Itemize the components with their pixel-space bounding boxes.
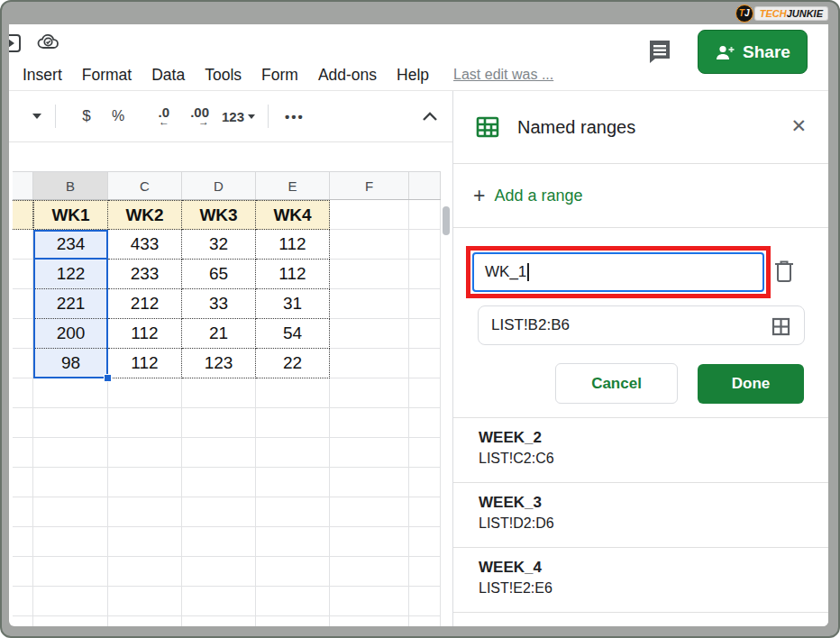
cell[interactable]: WK3 [182,200,256,230]
cell[interactable] [108,497,182,527]
cell[interactable] [330,260,409,289]
cell[interactable] [409,319,441,349]
cell[interactable] [330,438,409,468]
cell[interactable] [409,200,441,230]
cell[interactable] [13,230,33,260]
cell[interactable] [409,557,441,587]
cell[interactable] [330,557,409,587]
cell[interactable]: 233 [108,260,182,289]
cell[interactable]: WK4 [256,200,330,230]
cell[interactable] [256,378,330,408]
cell[interactable] [182,378,256,408]
menu-form[interactable]: Form [251,66,308,85]
decrease-decimal-button[interactable]: .0← [144,106,169,126]
cell[interactable] [108,438,182,468]
menu-add-ons[interactable]: Add-ons [308,66,387,85]
cell[interactable] [33,616,108,626]
cell[interactable]: 21 [182,319,256,349]
cancel-button[interactable]: Cancel [555,363,678,404]
cell[interactable] [409,527,441,557]
cell[interactable] [33,378,108,408]
column-header-f[interactable]: F [330,172,409,199]
cell[interactable] [330,497,409,527]
cell[interactable] [330,230,409,260]
cell[interactable] [409,230,441,260]
increase-decimal-button[interactable]: .00→ [184,106,209,126]
collapse-toolbar-button[interactable] [422,112,438,122]
dropdown-caret-icon[interactable] [32,114,41,119]
column-header[interactable] [13,172,33,199]
cell[interactable]: 112 [108,349,182,378]
cell[interactable]: WK1 [33,200,108,230]
cell[interactable] [13,378,33,408]
cell[interactable] [256,527,330,557]
cell[interactable] [256,408,330,438]
share-button[interactable]: Share [698,30,808,74]
last-edit-link[interactable]: Last edit was ... [453,67,553,83]
range-name-input[interactable]: WK_1 [472,252,764,292]
cell[interactable] [33,527,108,557]
cell[interactable] [330,200,409,230]
cell[interactable]: 54 [256,319,330,349]
cell[interactable] [409,468,441,497]
column-header-e[interactable]: E [256,172,330,199]
cell[interactable] [330,527,409,557]
cell[interactable] [33,468,108,497]
cell[interactable] [33,408,108,438]
format-currency-button[interactable]: $ [75,107,98,125]
cell[interactable] [409,408,441,438]
cell[interactable] [409,438,441,468]
column-header-d[interactable]: D [182,172,256,199]
cell[interactable] [13,349,33,378]
cell[interactable] [330,289,409,319]
cell[interactable] [108,408,182,438]
cell[interactable] [13,260,33,289]
cloud-saved-icon[interactable] [36,32,61,57]
cell[interactable]: 31 [256,289,330,319]
cell[interactable] [108,587,182,616]
delete-range-icon[interactable] [773,259,795,287]
cell[interactable] [330,408,409,438]
range-reference-input[interactable]: LIST!B2:B6 [478,305,805,345]
cell[interactable] [409,349,441,378]
select-data-range-icon[interactable] [771,316,791,337]
cell[interactable] [13,468,33,497]
cell[interactable] [108,378,182,408]
named-range-item[interactable]: WEEK_4 LIST!E2:E6 [453,548,828,613]
cell[interactable] [330,468,409,497]
vertical-scrollbar-thumb[interactable] [443,206,450,235]
cell[interactable] [182,587,256,616]
menu-data[interactable]: Data [142,66,195,85]
cell[interactable] [108,616,182,626]
cell[interactable] [182,557,256,587]
cell[interactable]: 112 [256,260,330,289]
cell[interactable] [33,438,108,468]
cell[interactable] [182,408,256,438]
cell[interactable] [256,438,330,468]
cell[interactable] [256,557,330,587]
cell[interactable]: 212 [108,289,182,319]
cell[interactable] [330,616,409,626]
cell[interactable] [108,527,182,557]
cell[interactable]: 112 [256,230,330,260]
close-icon[interactable]: ✕ [790,115,807,137]
cell[interactable] [33,587,108,616]
cell[interactable] [13,557,33,587]
cell[interactable] [33,557,108,587]
named-range-item[interactable]: WEEK_3 LIST!D2:D6 [453,483,828,548]
column-header[interactable] [409,172,441,199]
cell[interactable] [330,587,409,616]
cell[interactable]: 234 [33,230,108,260]
cell[interactable]: 221 [33,289,108,319]
done-button[interactable]: Done [698,364,804,404]
cell[interactable]: 65 [182,260,256,289]
cell[interactable] [13,497,33,527]
cell[interactable]: 33 [182,289,256,319]
fill-handle[interactable] [104,374,112,382]
cell[interactable] [13,438,33,468]
cell[interactable] [330,319,409,349]
named-range-item[interactable]: WEEK_2 LIST!C2:C6 [453,418,828,483]
cell[interactable] [108,468,182,497]
cell[interactable]: WK2 [108,200,182,230]
cell[interactable] [182,438,256,468]
